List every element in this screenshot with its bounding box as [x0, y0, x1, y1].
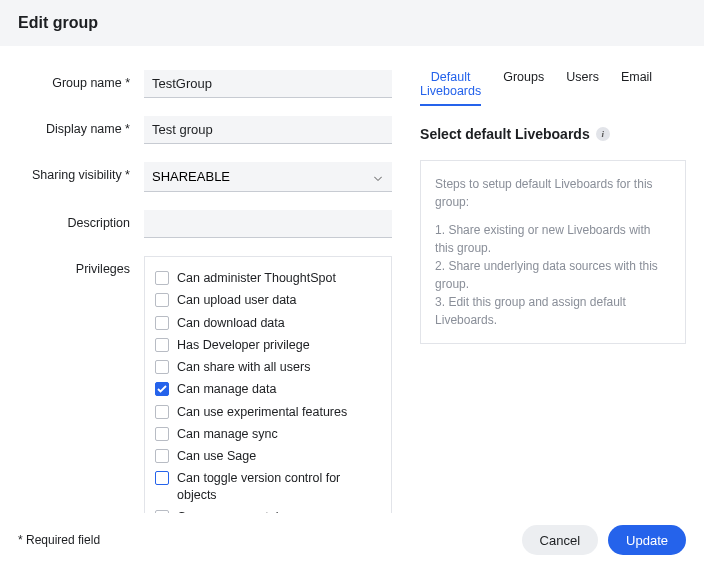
privilege-item[interactable]: Has Developer privilege: [153, 334, 383, 356]
display-name-label: Display name *: [18, 116, 144, 136]
caret-down-icon: [374, 169, 382, 184]
info-box: Steps to setup default Liveboards for th…: [420, 160, 686, 344]
privilege-item[interactable]: Can download data: [153, 312, 383, 334]
update-button[interactable]: Update: [608, 525, 686, 555]
privileges-label: Privileges: [18, 256, 144, 276]
privilege-item[interactable]: Can upload user data: [153, 289, 383, 311]
checkbox-icon[interactable]: [155, 427, 169, 441]
description-label: Description: [18, 210, 144, 230]
checkbox-icon[interactable]: [155, 360, 169, 374]
dialog-header: Edit group: [0, 0, 704, 46]
privilege-item[interactable]: Can manage sync: [153, 423, 383, 445]
tabs: Default LiveboardsGroupsUsersEmail: [420, 70, 686, 106]
form-panel: Group name * Display name * Sharing visi…: [18, 70, 392, 560]
privilege-item[interactable]: Can toggle version control for objects: [153, 467, 383, 506]
privileges-list: Can administer ThoughtSpotCan upload use…: [144, 256, 392, 542]
privilege-label: Can toggle version control for objects: [177, 470, 381, 503]
checkbox-icon[interactable]: [155, 271, 169, 285]
sharing-visibility-value: SHAREABLE: [152, 169, 230, 184]
privilege-item[interactable]: Can share with all users: [153, 356, 383, 378]
right-panel: Default LiveboardsGroupsUsersEmail Selec…: [420, 70, 686, 560]
group-name-input[interactable]: [144, 70, 392, 98]
checkbox-icon[interactable]: [155, 449, 169, 463]
description-input[interactable]: [144, 210, 392, 238]
right-title-text: Select default Liveboards: [420, 126, 590, 142]
privilege-label: Can download data: [177, 315, 285, 331]
info-step: 1. Share existing or new Liveboards with…: [435, 221, 671, 257]
checkbox-icon[interactable]: [155, 471, 169, 485]
privilege-label: Can manage sync: [177, 426, 278, 442]
privilege-label: Can use Sage: [177, 448, 256, 464]
privilege-item[interactable]: Can use Sage: [153, 445, 383, 467]
sharing-visibility-select[interactable]: SHAREABLE: [144, 162, 392, 192]
right-section-title: Select default Liveboards i: [420, 126, 686, 142]
privilege-label: Can use experimental features: [177, 404, 347, 420]
privilege-label: Can administer ThoughtSpot: [177, 270, 336, 286]
tab-default-liveboards[interactable]: Default Liveboards: [420, 70, 481, 106]
privilege-label: Can share with all users: [177, 359, 310, 375]
tab-users[interactable]: Users: [566, 70, 599, 106]
info-intro: Steps to setup default Liveboards for th…: [435, 175, 671, 211]
dialog-footer: * Required field Cancel Update: [0, 513, 704, 567]
checkbox-icon[interactable]: [155, 316, 169, 330]
sharing-visibility-label: Sharing visibility *: [18, 162, 144, 182]
tab-email[interactable]: Email: [621, 70, 652, 106]
privilege-item[interactable]: Can use experimental features: [153, 401, 383, 423]
group-name-label: Group name *: [18, 70, 144, 90]
privilege-label: Can upload user data: [177, 292, 297, 308]
display-name-input[interactable]: [144, 116, 392, 144]
privilege-item[interactable]: Can manage data: [153, 378, 383, 400]
privilege-label: Has Developer privilege: [177, 337, 310, 353]
checkbox-icon[interactable]: [155, 405, 169, 419]
dialog-title: Edit group: [18, 14, 686, 32]
info-icon[interactable]: i: [596, 127, 610, 141]
checkbox-icon[interactable]: [155, 382, 169, 396]
privilege-label: Can manage data: [177, 381, 276, 397]
tab-groups[interactable]: Groups: [503, 70, 544, 106]
info-step: 2. Share underlying data sources with th…: [435, 257, 671, 293]
privilege-item[interactable]: Can administer ThoughtSpot: [153, 267, 383, 289]
checkbox-icon[interactable]: [155, 293, 169, 307]
cancel-button[interactable]: Cancel: [522, 525, 598, 555]
required-note: * Required field: [18, 533, 100, 547]
checkbox-icon[interactable]: [155, 338, 169, 352]
info-step: 3. Edit this group and assign default Li…: [435, 293, 671, 329]
